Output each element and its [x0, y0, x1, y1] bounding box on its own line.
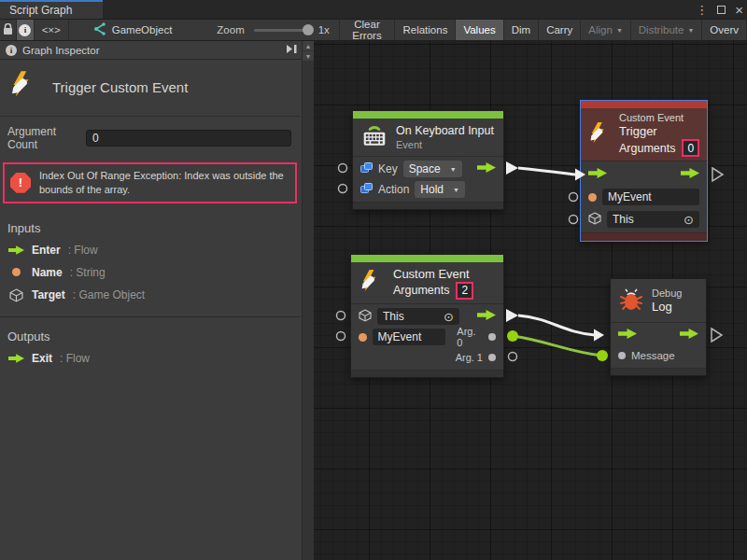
error-icon: ! [10, 173, 31, 193]
code-icon: <×> [42, 24, 61, 35]
distribute-button[interactable]: Distribute▼ [631, 20, 703, 40]
input-port[interactable] [339, 164, 347, 173]
flow-continuation-triangle[interactable] [712, 329, 722, 342]
gameobject-cube-icon[interactable] [359, 309, 372, 325]
maximize-icon[interactable] [717, 6, 726, 14]
gameobject-cube-icon[interactable] [588, 212, 601, 228]
arg0-label: Arg. 0 [457, 326, 483, 348]
wire-arrowhead [594, 329, 604, 342]
relations-button[interactable]: Relations [395, 20, 456, 40]
arg1-output-port[interactable] [509, 353, 517, 361]
node-kind: Custom Event [619, 112, 699, 123]
graph-toolbar: i <×> GameObject Zoom 1x Clear Errors Re… [0, 19, 747, 41]
key-dropdown[interactable]: Space ▼ [403, 161, 462, 177]
scroll-down-icon[interactable]: ▼ [303, 51, 314, 62]
carry-button[interactable]: Carry [539, 20, 581, 40]
dim-button[interactable]: Dim [504, 20, 539, 40]
argument-count-input[interactable]: 0 [86, 130, 291, 147]
align-button[interactable]: Align▼ [581, 20, 631, 40]
scroll-up-icon[interactable]: ▲ [303, 41, 314, 51]
flow-output-arrow-icon[interactable] [477, 310, 496, 323]
event-name-field[interactable]: MyEvent [602, 189, 699, 205]
node-trigger-custom-event[interactable]: Custom Event Trigger Arguments 0 [580, 100, 708, 242]
wire-start-triangle[interactable] [506, 161, 518, 175]
node-title: Log [652, 300, 682, 314]
dock-right-icon[interactable] [286, 44, 298, 56]
inspector-toggle-button[interactable]: i [17, 20, 34, 40]
custom-event-icon [359, 269, 385, 297]
target-picker-icon[interactable]: ⊙ [684, 214, 694, 226]
event-name-field[interactable]: MyEvent [373, 329, 446, 345]
port-row-enter: Enter : Flow [0, 239, 301, 261]
error-text: Index Out Of Range Exception: Index was … [39, 169, 289, 197]
zoom-label: Zoom [217, 24, 244, 35]
zoom-slider[interactable] [254, 29, 311, 32]
node-title: Custom Event [393, 267, 473, 281]
flow-wire[interactable] [518, 168, 576, 175]
arguments-value[interactable]: 0 [682, 139, 699, 157]
wire-start-triangle[interactable] [506, 309, 518, 322]
value-wire-end-dot[interactable] [597, 350, 608, 361]
gameobject-graph-icon [93, 22, 106, 37]
flow-input-arrow-icon[interactable] [588, 168, 607, 181]
inputs-section-label: Inputs [0, 209, 301, 239]
keyboard-icon [361, 123, 388, 152]
string-dot-icon [7, 268, 24, 276]
input-port[interactable] [570, 193, 578, 202]
node-custom-event[interactable]: Custom Event Arguments 2 This [350, 254, 504, 378]
graph-canvas[interactable]: On Keyboard Input Event Key Space ▼ [314, 41, 747, 560]
lock-button[interactable] [0, 20, 17, 40]
flow-output-arrow-icon[interactable] [681, 168, 699, 181]
action-dropdown[interactable]: Hold ▼ [415, 181, 465, 198]
clear-errors-button[interactable]: Clear Errors [340, 20, 396, 40]
inspector-scrollbar[interactable]: ▲ ▼ [302, 41, 314, 560]
values-button[interactable]: Values [456, 20, 503, 40]
arg0-port[interactable] [488, 333, 496, 341]
input-port[interactable] [337, 332, 345, 341]
value-wire-start-dot[interactable] [507, 330, 518, 342]
close-icon[interactable]: × [735, 3, 743, 17]
code-view-button[interactable]: <×> [35, 20, 69, 40]
node-colorbar [581, 101, 707, 108]
node-debug-log[interactable]: Debug Log [610, 278, 707, 376]
input-port[interactable] [337, 312, 345, 320]
unity-visual-scripting-window: Script Graph ⋮ × i <×> GameObject Zoom [0, 0, 747, 560]
target-field[interactable]: This ⊙ [377, 308, 459, 325]
input-port[interactable] [339, 185, 347, 193]
node-title: Trigger [619, 124, 699, 138]
value-wire[interactable] [513, 336, 602, 356]
node-footer [353, 202, 503, 209]
outputs-section-label: Outputs [0, 317, 301, 347]
arguments-label: Arguments [619, 142, 675, 155]
key-label: Key [378, 162, 398, 175]
flow-wire[interactable] [518, 315, 595, 335]
input-port[interactable] [570, 216, 578, 224]
flow-input-arrow-icon[interactable] [618, 329, 637, 342]
inspector-header-title: Graph Inspector [22, 45, 99, 56]
flow-output-arrow-icon[interactable] [680, 329, 698, 342]
string-dot-icon[interactable] [588, 193, 597, 202]
arg1-port[interactable] [488, 354, 496, 361]
arguments-value[interactable]: 2 [456, 282, 473, 300]
tab-label: Script Graph [9, 4, 72, 17]
zoom-slider-knob[interactable] [303, 24, 314, 35]
node-on-keyboard-input[interactable]: On Keyboard Input Event Key Space ▼ [352, 110, 504, 210]
gameobject-chip[interactable]: GameObject [93, 20, 173, 40]
target-field[interactable]: This ⊙ [607, 211, 699, 228]
target-picker-icon[interactable]: ⊙ [444, 311, 454, 323]
string-dot-icon[interactable] [359, 333, 367, 342]
custom-event-icon [9, 70, 39, 104]
inspector-header: i Graph Inspector [0, 41, 302, 60]
chevron-down-icon: ▼ [616, 27, 623, 34]
enum-icon [360, 183, 373, 196]
info-icon: i [19, 24, 31, 36]
overview-button[interactable]: Overv [702, 20, 747, 40]
flow-continuation-triangle[interactable] [712, 168, 723, 181]
menu-icon[interactable]: ⋮ [696, 4, 708, 16]
node-kind: Debug [652, 287, 682, 299]
flow-output-arrow-icon[interactable] [477, 162, 496, 175]
node-footer [351, 370, 503, 377]
graph-inspector-panel: i Graph Inspector ▲ ▼ [0, 41, 314, 560]
message-port[interactable] [618, 352, 626, 359]
tab-script-graph[interactable]: Script Graph [0, 0, 103, 19]
